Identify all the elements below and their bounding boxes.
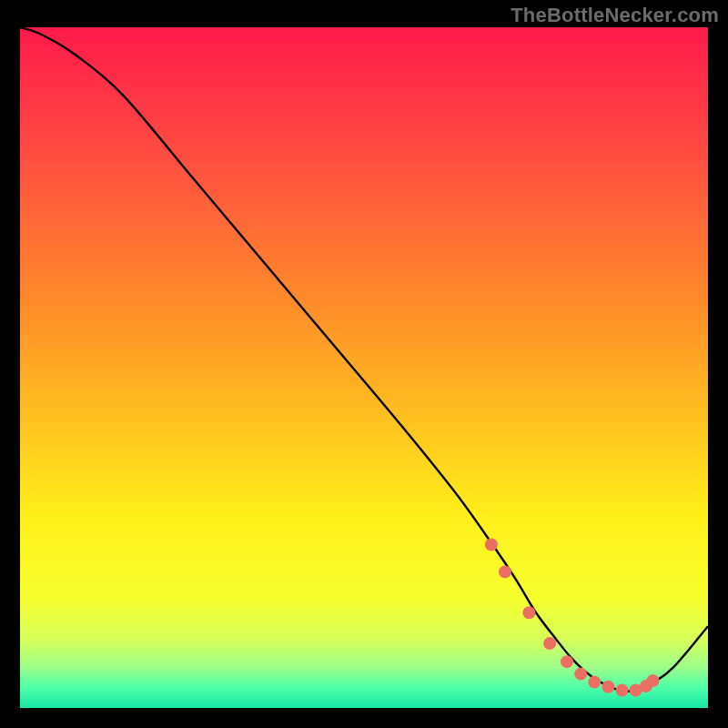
- marker-dot: [561, 655, 573, 668]
- plot-area: [20, 27, 708, 708]
- gradient-background: [20, 27, 708, 708]
- marker-dot: [522, 606, 535, 619]
- marker-dot: [616, 684, 629, 697]
- marker-dot: [499, 565, 511, 578]
- chart-frame: TheBottleNecker.com: [0, 0, 728, 728]
- marker-dot: [588, 676, 601, 689]
- marker-dot: [574, 668, 587, 681]
- chart-svg: [20, 27, 708, 708]
- marker-dot: [485, 538, 498, 551]
- marker-dot: [647, 674, 660, 687]
- marker-dot: [543, 637, 556, 650]
- marker-dot: [602, 681, 614, 693]
- attribution-label: TheBottleNecker.com: [511, 4, 719, 27]
